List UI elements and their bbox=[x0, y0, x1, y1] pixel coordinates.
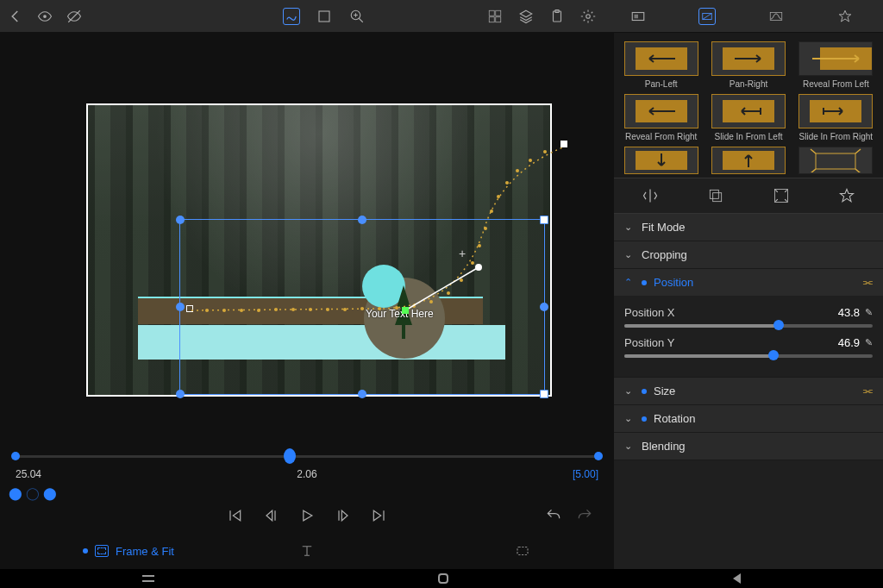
preset-label: Reveal From Left bbox=[803, 79, 869, 89]
resize-handle-br[interactable] bbox=[540, 390, 548, 398]
scrub-out-point[interactable] bbox=[594, 452, 603, 460]
preset-slide-up[interactable] bbox=[708, 147, 788, 174]
svg-point-13 bbox=[586, 14, 591, 18]
resize-handle-rm[interactable] bbox=[540, 303, 548, 311]
nav-back-icon[interactable] bbox=[733, 573, 741, 584]
frame-fit-tab[interactable]: Frame & Fit bbox=[83, 545, 174, 558]
panel-transform-icon[interactable] bbox=[698, 8, 716, 25]
frame-fit-icon bbox=[95, 545, 109, 557]
svg-rect-8 bbox=[496, 10, 501, 16]
crop-tool-icon[interactable] bbox=[316, 8, 333, 25]
chevron-down-icon: ⌄ bbox=[624, 413, 635, 424]
keyframe-dot-icon bbox=[642, 280, 647, 285]
frame-fit-label: Frame & Fit bbox=[116, 545, 174, 558]
resize-handle-lm[interactable] bbox=[176, 303, 185, 311]
step-forward-icon[interactable] bbox=[335, 507, 352, 524]
preset-reveal-from-right[interactable]: Reveal From Right bbox=[621, 94, 701, 141]
skip-start-icon[interactable] bbox=[226, 507, 243, 524]
animate-tool-icon[interactable] bbox=[283, 8, 300, 25]
section-rotation[interactable]: ⌄ Rotation bbox=[614, 405, 883, 432]
resize-handle-tr[interactable] bbox=[540, 216, 548, 224]
redo-icon[interactable] bbox=[576, 507, 593, 524]
resize-handle-tl[interactable] bbox=[176, 216, 185, 224]
pos-y-slider[interactable] bbox=[624, 354, 873, 358]
pos-x-slider[interactable] bbox=[624, 324, 873, 328]
preset-slide-in-from-left[interactable]: Slide In From Left bbox=[708, 94, 788, 141]
tab-copy-icon[interactable] bbox=[705, 185, 726, 206]
tab-favorite-icon[interactable] bbox=[836, 185, 857, 206]
preview-canvas[interactable]: Your Text Here + bbox=[0, 33, 614, 438]
pos-y-label: Position Y bbox=[624, 336, 838, 349]
scrub-start-label: 25.04 bbox=[16, 468, 41, 480]
chevron-up-icon: ⌃ bbox=[624, 277, 635, 288]
chevron-down-icon: ⌄ bbox=[624, 249, 635, 260]
section-cropping[interactable]: ⌄ Cropping bbox=[614, 241, 883, 268]
resize-handle-bm[interactable] bbox=[358, 390, 366, 398]
section-fit-mode[interactable]: ⌄ Fit Mode bbox=[614, 214, 883, 241]
nav-home-icon[interactable] bbox=[438, 573, 448, 584]
nav-recent-icon[interactable] bbox=[142, 575, 154, 582]
skip-end-icon[interactable] bbox=[371, 507, 388, 524]
properties-panel: Pan-Left Pan-Right Reveal From Left Reve… bbox=[614, 33, 883, 569]
preset-zoom[interactable] bbox=[796, 147, 876, 174]
grid-icon[interactable] bbox=[486, 8, 504, 25]
text-tool-icon[interactable] bbox=[298, 542, 316, 560]
preset-label: Slide In From Right bbox=[799, 132, 874, 141]
preset-pan-left[interactable]: Pan-Left bbox=[621, 41, 701, 89]
scrub-in-point[interactable] bbox=[11, 452, 20, 460]
chevron-down-icon: ⌄ bbox=[624, 222, 635, 233]
play-icon[interactable] bbox=[298, 507, 316, 524]
keyframe-dot-icon bbox=[642, 416, 647, 422]
scrub-end-label: [5.00] bbox=[573, 468, 598, 480]
timeline-scrubber[interactable]: 25.04 2.06 [5.00] ⬤◯⬤ bbox=[0, 438, 614, 498]
preset-slide-in-from-right[interactable]: Slide In From Right bbox=[796, 94, 876, 141]
scrub-current-label: 2.06 bbox=[297, 468, 316, 480]
preset-label: Reveal From Right bbox=[625, 132, 697, 141]
undo-icon[interactable] bbox=[545, 507, 562, 524]
tab-flip-icon[interactable] bbox=[640, 185, 661, 206]
back-icon[interactable] bbox=[7, 8, 24, 25]
scrub-track[interactable] bbox=[16, 455, 598, 458]
selection-box[interactable] bbox=[179, 219, 545, 395]
keyframe-end-marker[interactable] bbox=[560, 141, 567, 147]
svg-rect-46 bbox=[517, 547, 528, 555]
zoom-in-icon[interactable] bbox=[348, 8, 366, 25]
keyframe-dot-icon bbox=[642, 389, 647, 394]
resize-handle-tm[interactable] bbox=[358, 216, 366, 224]
svg-rect-10 bbox=[496, 16, 501, 22]
svg-line-4 bbox=[359, 18, 363, 22]
panel-curves-icon[interactable] bbox=[767, 8, 785, 25]
section-blending[interactable]: ⌄ Blending bbox=[614, 433, 883, 460]
edit-icon[interactable]: ✎ bbox=[865, 307, 873, 318]
android-nav-bar bbox=[0, 569, 883, 588]
settings-icon[interactable] bbox=[579, 8, 597, 25]
panel-frame-icon[interactable] bbox=[629, 8, 647, 25]
resize-handle-bl[interactable] bbox=[176, 390, 185, 398]
svg-point-0 bbox=[43, 15, 47, 18]
link-icon[interactable]: ⫘ bbox=[861, 385, 873, 397]
layers-icon[interactable] bbox=[517, 8, 535, 25]
scrub-playhead[interactable] bbox=[284, 448, 296, 464]
edit-icon[interactable]: ✎ bbox=[865, 337, 873, 348]
visibility-off-icon[interactable] bbox=[66, 8, 83, 25]
section-size[interactable]: ⌄ Size ⫘ bbox=[614, 378, 883, 404]
svg-rect-9 bbox=[489, 16, 494, 22]
preset-slide-down[interactable] bbox=[621, 147, 701, 174]
svg-rect-7 bbox=[489, 10, 494, 16]
pos-y-value: 46.9 bbox=[838, 336, 860, 349]
preset-label: Slide In From Left bbox=[715, 132, 783, 141]
pos-x-value: 43.8 bbox=[838, 306, 860, 319]
section-position[interactable]: ⌃ Position ⫘ bbox=[614, 269, 883, 296]
step-back-icon[interactable] bbox=[262, 507, 279, 524]
visibility-on-icon[interactable] bbox=[36, 8, 53, 25]
preset-reveal-from-left[interactable]: Reveal From Left bbox=[796, 41, 876, 89]
svg-rect-15 bbox=[635, 14, 639, 18]
tab-fit-icon[interactable] bbox=[771, 185, 792, 206]
svg-rect-53 bbox=[816, 153, 855, 169]
effects-icon[interactable] bbox=[514, 542, 531, 560]
panel-favorite-icon[interactable] bbox=[836, 8, 854, 25]
svg-rect-54 bbox=[710, 190, 718, 198]
clipboard-icon[interactable] bbox=[548, 8, 566, 25]
link-icon[interactable]: ⫘ bbox=[861, 276, 873, 289]
preset-pan-right[interactable]: Pan-Right bbox=[708, 41, 788, 89]
